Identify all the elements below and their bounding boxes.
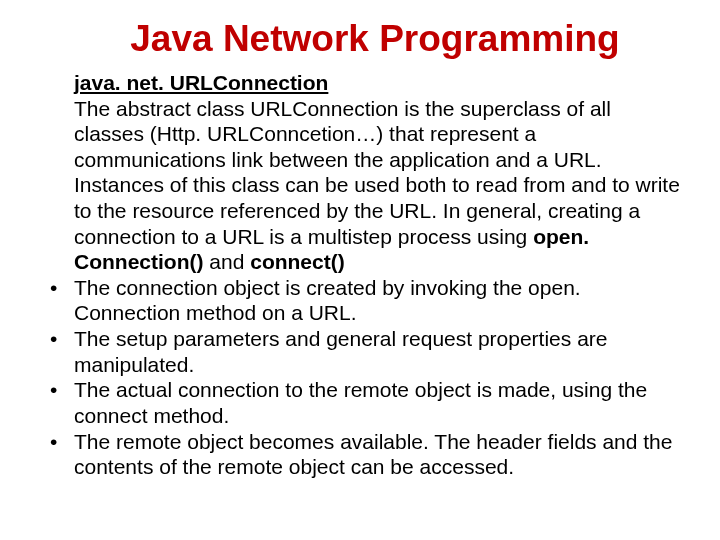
list-item: The actual connection to the remote obje… [40, 377, 680, 428]
intro-text-mid: and [203, 250, 250, 273]
content-block: java. net. URLConnection The abstract cl… [40, 70, 680, 480]
bullet-list: The connection object is created by invo… [40, 275, 680, 480]
list-item: The setup parameters and general request… [40, 326, 680, 377]
list-item: The connection object is created by invo… [40, 275, 680, 326]
class-heading: java. net. URLConnection [74, 71, 328, 94]
page-title: Java Network Programming [70, 18, 680, 60]
list-item: The remote object becomes available. The… [40, 429, 680, 480]
intro-paragraph: java. net. URLConnection The abstract cl… [74, 70, 680, 275]
method-connect: connect() [250, 250, 345, 273]
